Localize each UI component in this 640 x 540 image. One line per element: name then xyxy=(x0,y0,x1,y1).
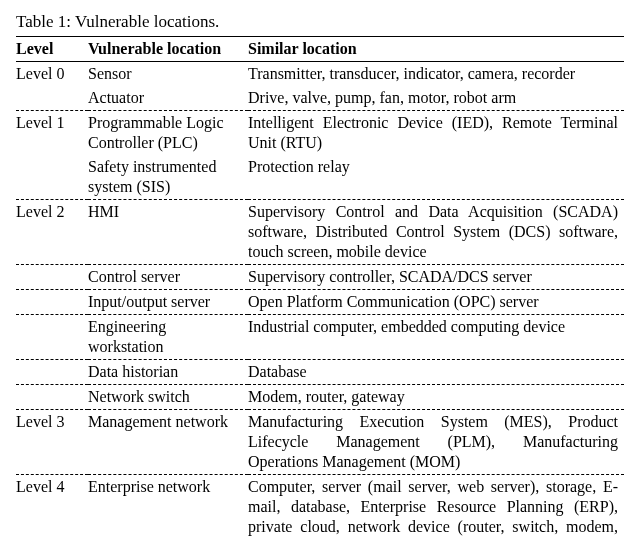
cell-vulnerable: Enterprise network xyxy=(88,475,248,541)
table-row: Safety instrumented system (SIS)Protecti… xyxy=(16,155,624,200)
table-caption: Table 1: Vulnerable locations. xyxy=(16,12,624,32)
cell-vulnerable: Network switch xyxy=(88,385,248,410)
cell-level: Level 0 xyxy=(16,62,88,87)
table-row: Control serverSupervisory controller, SC… xyxy=(16,265,624,290)
table-header-row: Level Vulnerable location Similar locati… xyxy=(16,37,624,62)
cell-vulnerable: HMI xyxy=(88,200,248,265)
cell-level xyxy=(16,86,88,111)
col-header-vulnerable: Vulnerable location xyxy=(88,37,248,62)
cell-similar: Supervisory Control and Data Acquisition… xyxy=(248,200,624,265)
cell-vulnerable: Control server xyxy=(88,265,248,290)
table-row: Level 2HMISupervisory Control and Data A… xyxy=(16,200,624,265)
cell-vulnerable: Management network xyxy=(88,410,248,475)
cell-level xyxy=(16,290,88,315)
table-row: Network switchModem, router, gateway xyxy=(16,385,624,410)
table-body: Level 0SensorTransmitter, transducer, in… xyxy=(16,62,624,541)
cell-similar: Manufacturing Execution System (MES), Pr… xyxy=(248,410,624,475)
table-row: ActuatorDrive, valve, pump, fan, motor, … xyxy=(16,86,624,111)
cell-similar: Intelligent Electronic Device (IED), Rem… xyxy=(248,111,624,156)
table-row: Level 3Management networkManufacturing E… xyxy=(16,410,624,475)
table-row: Data historianDatabase xyxy=(16,360,624,385)
cell-vulnerable: Engineering workstation xyxy=(88,315,248,360)
cell-similar: Protection relay xyxy=(248,155,624,200)
cell-similar: Transmitter, transducer, indicator, came… xyxy=(248,62,624,87)
cell-level: Level 2 xyxy=(16,200,88,265)
cell-level xyxy=(16,315,88,360)
vulnerable-locations-table: Level Vulnerable location Similar locati… xyxy=(16,36,624,540)
cell-similar: Industrial computer, embedded computing … xyxy=(248,315,624,360)
cell-similar: Database xyxy=(248,360,624,385)
cell-similar: Supervisory controller, SCADA/DCS server xyxy=(248,265,624,290)
cell-level: Level 1 xyxy=(16,111,88,156)
cell-level xyxy=(16,155,88,200)
cell-level xyxy=(16,265,88,290)
table-row: Engineering workstationIndustrial comput… xyxy=(16,315,624,360)
cell-vulnerable: Sensor xyxy=(88,62,248,87)
cell-vulnerable: Programmable Logic Controller (PLC) xyxy=(88,111,248,156)
table-row: Level 1Programmable Logic Controller (PL… xyxy=(16,111,624,156)
cell-similar: Modem, router, gateway xyxy=(248,385,624,410)
table-row: Level 4Enterprise networkComputer, serve… xyxy=(16,475,624,541)
cell-similar: Open Platform Communication (OPC) server xyxy=(248,290,624,315)
table-container: Table 1: Vulnerable locations. Level Vul… xyxy=(0,0,640,540)
cell-vulnerable: Input/output server xyxy=(88,290,248,315)
cell-similar: Computer, server (mail server, web serve… xyxy=(248,475,624,541)
cell-vulnerable: Actuator xyxy=(88,86,248,111)
cell-similar: Drive, valve, pump, fan, motor, robot ar… xyxy=(248,86,624,111)
cell-level: Level 3 xyxy=(16,410,88,475)
cell-level: Level 4 xyxy=(16,475,88,541)
col-header-level: Level xyxy=(16,37,88,62)
table-row: Level 0SensorTransmitter, transducer, in… xyxy=(16,62,624,87)
cell-vulnerable: Data historian xyxy=(88,360,248,385)
cell-vulnerable: Safety instrumented system (SIS) xyxy=(88,155,248,200)
table-row: Input/output serverOpen Platform Communi… xyxy=(16,290,624,315)
cell-level xyxy=(16,360,88,385)
col-header-similar: Similar location xyxy=(248,37,624,62)
cell-level xyxy=(16,385,88,410)
